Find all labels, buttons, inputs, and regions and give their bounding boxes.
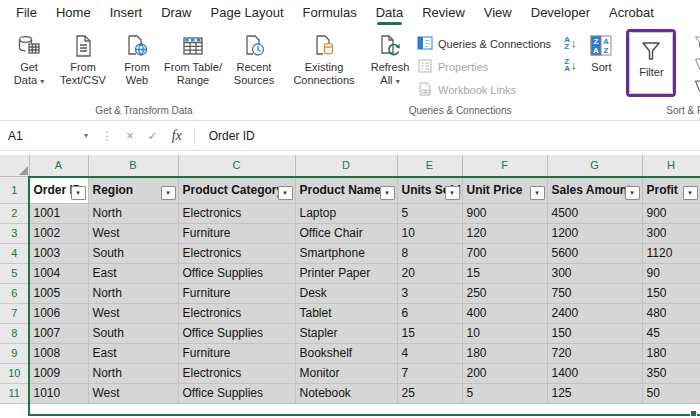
cell-e7[interactable]: 6: [397, 303, 462, 323]
header-cell-e1[interactable]: Units Sold▾: [397, 176, 462, 203]
header-cell-g1[interactable]: Sales Amount▾: [547, 176, 642, 203]
cell-g5[interactable]: 300: [547, 263, 642, 283]
filter-button[interactable]: Filter: [629, 32, 673, 94]
advanced-filter-button[interactable]: Advanced: [694, 79, 700, 96]
cell-e5[interactable]: 20: [397, 263, 462, 283]
row-header-8[interactable]: 8: [0, 323, 29, 343]
column-header-h[interactable]: H: [642, 155, 700, 176]
cell-a11[interactable]: 1010: [29, 383, 88, 403]
cell-g11[interactable]: 125: [547, 383, 642, 403]
cell-e9[interactable]: 4: [397, 343, 462, 363]
from-text-csv-button[interactable]: From Text/CSV: [52, 28, 114, 87]
cell-f10[interactable]: 200: [462, 363, 547, 383]
row-header-5[interactable]: 5: [0, 263, 29, 283]
cell-d5[interactable]: Printer Paper: [295, 263, 397, 283]
tab-insert[interactable]: Insert: [110, 0, 143, 26]
cell-e6[interactable]: 3: [397, 283, 462, 303]
row-header-2[interactable]: 2: [0, 203, 29, 223]
cancel-icon[interactable]: ×: [118, 128, 142, 143]
column-header-c[interactable]: C: [178, 155, 295, 176]
cell-h6[interactable]: 150: [642, 283, 700, 303]
cell-f6[interactable]: 250: [462, 283, 547, 303]
cell-e11[interactable]: 25: [397, 383, 462, 403]
cell-b5[interactable]: East: [88, 263, 178, 283]
cell-g6[interactable]: 750: [547, 283, 642, 303]
cell-a6[interactable]: 1005: [29, 283, 88, 303]
tab-developer[interactable]: Developer: [531, 0, 590, 26]
name-box[interactable]: A1 ▾: [0, 129, 96, 143]
filter-dropdown-button[interactable]: ▾: [530, 186, 545, 200]
tab-acrobat[interactable]: Acrobat: [609, 0, 654, 26]
from-web-button[interactable]: From Web: [114, 28, 160, 87]
cell-a9[interactable]: 1008: [29, 343, 88, 363]
cell-b8[interactable]: South: [88, 323, 178, 343]
cell-g9[interactable]: 720: [547, 343, 642, 363]
cell-a4[interactable]: 1003: [29, 243, 88, 263]
cell-e3[interactable]: 10: [397, 223, 462, 243]
cell-e8[interactable]: 15: [397, 323, 462, 343]
recent-sources-button[interactable]: Recent Sources: [226, 28, 282, 87]
filter-dropdown-button[interactable]: ▾: [161, 186, 176, 200]
tab-draw[interactable]: Draw: [161, 0, 191, 26]
header-cell-d1[interactable]: Product Name▾: [295, 176, 397, 203]
tab-file[interactable]: File: [16, 0, 37, 26]
cell-d10[interactable]: Monitor: [295, 363, 397, 383]
filter-dropdown-button[interactable]: ▾: [71, 186, 86, 200]
row-header-11[interactable]: 11: [0, 383, 29, 403]
cell-f11[interactable]: 5: [462, 383, 547, 403]
cell-f8[interactable]: 10: [462, 323, 547, 343]
tab-home[interactable]: Home: [56, 0, 91, 26]
queries-connections-item[interactable]: Queries & Connections: [414, 34, 554, 54]
cell-h3[interactable]: 300: [642, 223, 700, 243]
cell-f9[interactable]: 180: [462, 343, 547, 363]
cell-c9[interactable]: Furniture: [178, 343, 295, 363]
reapply-filter-button[interactable]: Reapply: [694, 57, 700, 74]
header-cell-b1[interactable]: Region▾: [88, 176, 178, 203]
filter-dropdown-button[interactable]: ▾: [380, 186, 395, 200]
tab-review[interactable]: Review: [422, 0, 465, 26]
sort-ascending-button[interactable]: AZ ↓: [564, 36, 576, 50]
row-header-9[interactable]: 9: [0, 343, 29, 363]
cell-e10[interactable]: 7: [397, 363, 462, 383]
cell-d2[interactable]: Laptop: [295, 203, 397, 223]
cell-b2[interactable]: North: [88, 203, 178, 223]
tab-page-layout[interactable]: Page Layout: [211, 0, 284, 26]
sort-button[interactable]: Z A A Z Sort: [580, 28, 622, 74]
column-header-g[interactable]: G: [547, 155, 642, 176]
cell-c3[interactable]: Furniture: [178, 223, 295, 243]
cell-a2[interactable]: 1001: [29, 203, 88, 223]
cell-a3[interactable]: 1002: [29, 223, 88, 243]
select-all-corner[interactable]: [0, 155, 29, 176]
cell-e4[interactable]: 8: [397, 243, 462, 263]
row-header-3[interactable]: 3: [0, 223, 29, 243]
insert-function-icon[interactable]: fx: [164, 128, 190, 144]
cell-a10[interactable]: 1009: [29, 363, 88, 383]
cell-c5[interactable]: Office Supplies: [178, 263, 295, 283]
cell-d6[interactable]: Desk: [295, 283, 397, 303]
row-header-7[interactable]: 7: [0, 303, 29, 323]
tab-data[interactable]: Data: [376, 0, 403, 26]
cell-b9[interactable]: East: [88, 343, 178, 363]
enter-check-icon[interactable]: ✓: [142, 129, 164, 143]
header-cell-a1[interactable]: Order ID▾: [29, 176, 88, 203]
cell-f7[interactable]: 400: [462, 303, 547, 323]
get-data-button[interactable]: Get Data ▾: [6, 28, 52, 88]
cell-h9[interactable]: 180: [642, 343, 700, 363]
cell-g7[interactable]: 2400: [547, 303, 642, 323]
existing-connections-button[interactable]: Existing Connections: [286, 28, 362, 87]
cell-c11[interactable]: Office Supplies: [178, 383, 295, 403]
row-header-4[interactable]: 4: [0, 243, 29, 263]
name-box-chevron-icon[interactable]: ▾: [84, 131, 88, 140]
cell-d3[interactable]: Office Chair: [295, 223, 397, 243]
tab-formulas[interactable]: Formulas: [303, 0, 357, 26]
header-cell-f1[interactable]: Unit Price▾: [462, 176, 547, 203]
cell-d11[interactable]: Notebook: [295, 383, 397, 403]
cell-b3[interactable]: West: [88, 223, 178, 243]
cell-h8[interactable]: 45: [642, 323, 700, 343]
cell-e2[interactable]: 5: [397, 203, 462, 223]
cell-f4[interactable]: 700: [462, 243, 547, 263]
row-header-1[interactable]: 1: [0, 176, 29, 203]
row-header-10[interactable]: 10: [0, 363, 29, 383]
cell-c2[interactable]: Electronics: [178, 203, 295, 223]
from-table-range-button[interactable]: From Table/ Range: [160, 28, 226, 87]
